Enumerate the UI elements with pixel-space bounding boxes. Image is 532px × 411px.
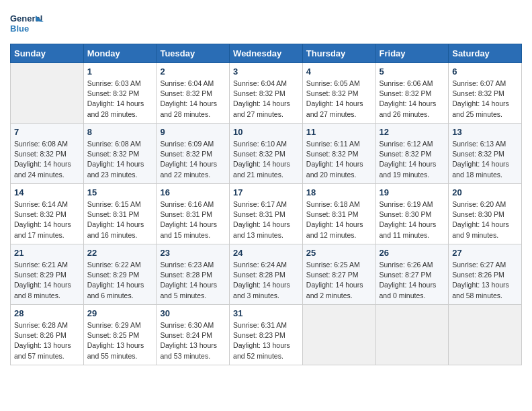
day-cell: 7Sunrise: 6:08 AM Sunset: 8:32 PM Daylig… — [11, 124, 84, 184]
day-info: Sunrise: 6:08 AM Sunset: 8:32 PM Dayligh… — [87, 139, 153, 180]
day-cell: 10Sunrise: 6:10 AM Sunset: 8:32 PM Dayli… — [230, 124, 303, 184]
week-row-2: 14Sunrise: 6:14 AM Sunset: 8:32 PM Dayli… — [11, 184, 522, 244]
header-friday: Friday — [375, 44, 449, 63]
day-info: Sunrise: 6:04 AM Sunset: 8:32 PM Dayligh… — [233, 79, 299, 120]
day-cell: 3Sunrise: 6:04 AM Sunset: 8:32 PM Daylig… — [230, 63, 303, 124]
day-info: Sunrise: 6:14 AM Sunset: 8:32 PM Dayligh… — [14, 199, 80, 240]
day-info: Sunrise: 6:26 AM Sunset: 8:27 PM Dayligh… — [380, 260, 445, 301]
day-number: 21 — [14, 248, 80, 258]
logo: GeneralBlue — [10, 10, 45, 37]
day-info: Sunrise: 6:20 AM Sunset: 8:30 PM Dayligh… — [452, 199, 518, 240]
calendar-table: SundayMondayTuesdayWednesdayThursdayFrid… — [10, 44, 522, 365]
day-cell: 20Sunrise: 6:20 AM Sunset: 8:30 PM Dayli… — [449, 184, 522, 244]
day-cell — [11, 63, 84, 124]
day-number: 19 — [380, 187, 445, 197]
day-info: Sunrise: 6:04 AM Sunset: 8:32 PM Dayligh… — [160, 79, 226, 120]
day-info: Sunrise: 6:31 AM Sunset: 8:23 PM Dayligh… — [233, 320, 299, 361]
day-number: 4 — [306, 66, 372, 77]
day-info: Sunrise: 6:21 AM Sunset: 8:29 PM Dayligh… — [14, 260, 80, 301]
day-number: 24 — [233, 248, 299, 258]
day-info: Sunrise: 6:08 AM Sunset: 8:32 PM Dayligh… — [14, 139, 80, 180]
day-number: 22 — [87, 248, 153, 258]
day-number: 12 — [380, 127, 445, 137]
day-cell: 24Sunrise: 6:24 AM Sunset: 8:28 PM Dayli… — [230, 244, 303, 305]
day-cell: 4Sunrise: 6:05 AM Sunset: 8:32 PM Daylig… — [302, 63, 375, 124]
day-cell: 9Sunrise: 6:09 AM Sunset: 8:32 PM Daylig… — [157, 124, 230, 184]
day-number: 10 — [233, 127, 299, 137]
day-info: Sunrise: 6:27 AM Sunset: 8:26 PM Dayligh… — [452, 260, 518, 301]
day-number: 31 — [233, 308, 299, 318]
day-info: Sunrise: 6:09 AM Sunset: 8:32 PM Dayligh… — [160, 139, 226, 180]
day-info: Sunrise: 6:30 AM Sunset: 8:24 PM Dayligh… — [160, 320, 226, 361]
day-cell: 23Sunrise: 6:23 AM Sunset: 8:28 PM Dayli… — [157, 244, 230, 305]
day-info: Sunrise: 6:24 AM Sunset: 8:28 PM Dayligh… — [233, 260, 299, 301]
header-thursday: Thursday — [302, 44, 375, 63]
week-row-4: 28Sunrise: 6:28 AM Sunset: 8:26 PM Dayli… — [11, 305, 522, 365]
day-cell: 2Sunrise: 6:04 AM Sunset: 8:32 PM Daylig… — [157, 63, 230, 124]
day-cell: 11Sunrise: 6:11 AM Sunset: 8:32 PM Dayli… — [302, 124, 375, 184]
day-info: Sunrise: 6:06 AM Sunset: 8:32 PM Dayligh… — [380, 79, 445, 120]
day-cell: 13Sunrise: 6:13 AM Sunset: 8:32 PM Dayli… — [449, 124, 522, 184]
day-number: 14 — [14, 187, 80, 197]
day-info: Sunrise: 6:29 AM Sunset: 8:25 PM Dayligh… — [87, 320, 153, 361]
header-tuesday: Tuesday — [157, 44, 230, 63]
header-saturday: Saturday — [449, 44, 522, 63]
day-cell: 22Sunrise: 6:22 AM Sunset: 8:29 PM Dayli… — [83, 244, 157, 305]
day-info: Sunrise: 6:15 AM Sunset: 8:31 PM Dayligh… — [87, 199, 153, 240]
day-number: 20 — [452, 187, 518, 197]
svg-text:Blue: Blue — [10, 24, 29, 34]
day-cell: 19Sunrise: 6:19 AM Sunset: 8:30 PM Dayli… — [375, 184, 449, 244]
day-cell: 17Sunrise: 6:17 AM Sunset: 8:31 PM Dayli… — [230, 184, 303, 244]
day-cell: 16Sunrise: 6:16 AM Sunset: 8:31 PM Dayli… — [157, 184, 230, 244]
day-cell: 29Sunrise: 6:29 AM Sunset: 8:25 PM Dayli… — [83, 305, 157, 365]
logo-svg: GeneralBlue — [10, 10, 45, 37]
week-row-0: 1Sunrise: 6:03 AM Sunset: 8:32 PM Daylig… — [11, 63, 522, 124]
day-number: 28 — [14, 308, 80, 318]
day-cell: 28Sunrise: 6:28 AM Sunset: 8:26 PM Dayli… — [11, 305, 84, 365]
day-cell: 30Sunrise: 6:30 AM Sunset: 8:24 PM Dayli… — [157, 305, 230, 365]
week-row-1: 7Sunrise: 6:08 AM Sunset: 8:32 PM Daylig… — [11, 124, 522, 184]
day-info: Sunrise: 6:22 AM Sunset: 8:29 PM Dayligh… — [87, 260, 153, 301]
day-cell: 12Sunrise: 6:12 AM Sunset: 8:32 PM Dayli… — [375, 124, 449, 184]
header-monday: Monday — [83, 44, 157, 63]
day-cell: 26Sunrise: 6:26 AM Sunset: 8:27 PM Dayli… — [375, 244, 449, 305]
day-info: Sunrise: 6:12 AM Sunset: 8:32 PM Dayligh… — [380, 139, 445, 180]
day-cell: 6Sunrise: 6:07 AM Sunset: 8:32 PM Daylig… — [449, 63, 522, 124]
day-number: 16 — [160, 187, 226, 197]
day-number: 11 — [306, 127, 372, 137]
day-number: 7 — [14, 127, 80, 137]
day-cell: 18Sunrise: 6:18 AM Sunset: 8:31 PM Dayli… — [302, 184, 375, 244]
day-number: 17 — [233, 187, 299, 197]
day-number: 30 — [160, 308, 226, 318]
header-wednesday: Wednesday — [230, 44, 303, 63]
day-number: 15 — [87, 187, 153, 197]
day-info: Sunrise: 6:23 AM Sunset: 8:28 PM Dayligh… — [160, 260, 226, 301]
day-number: 3 — [233, 66, 299, 77]
day-info: Sunrise: 6:10 AM Sunset: 8:32 PM Dayligh… — [233, 139, 299, 180]
day-number: 25 — [306, 248, 372, 258]
header: GeneralBlue — [10, 10, 522, 37]
day-number: 27 — [452, 248, 518, 258]
day-info: Sunrise: 6:25 AM Sunset: 8:27 PM Dayligh… — [306, 260, 372, 301]
day-info: Sunrise: 6:16 AM Sunset: 8:31 PM Dayligh… — [160, 199, 226, 240]
day-cell — [449, 305, 522, 365]
day-info: Sunrise: 6:19 AM Sunset: 8:30 PM Dayligh… — [380, 199, 445, 240]
day-number: 5 — [380, 66, 445, 77]
day-info: Sunrise: 6:03 AM Sunset: 8:32 PM Dayligh… — [87, 79, 153, 120]
week-row-3: 21Sunrise: 6:21 AM Sunset: 8:29 PM Dayli… — [11, 244, 522, 305]
day-cell: 31Sunrise: 6:31 AM Sunset: 8:23 PM Dayli… — [230, 305, 303, 365]
day-cell: 15Sunrise: 6:15 AM Sunset: 8:31 PM Dayli… — [83, 184, 157, 244]
day-info: Sunrise: 6:28 AM Sunset: 8:26 PM Dayligh… — [14, 320, 80, 361]
day-number: 9 — [160, 127, 226, 137]
day-info: Sunrise: 6:07 AM Sunset: 8:32 PM Dayligh… — [452, 79, 518, 120]
day-cell: 8Sunrise: 6:08 AM Sunset: 8:32 PM Daylig… — [83, 124, 157, 184]
day-cell — [302, 305, 375, 365]
day-number: 2 — [160, 66, 226, 77]
day-number: 23 — [160, 248, 226, 258]
day-number: 1 — [87, 66, 153, 77]
day-number: 29 — [87, 308, 153, 318]
day-number: 8 — [87, 127, 153, 137]
day-cell: 27Sunrise: 6:27 AM Sunset: 8:26 PM Dayli… — [449, 244, 522, 305]
day-cell: 1Sunrise: 6:03 AM Sunset: 8:32 PM Daylig… — [83, 63, 157, 124]
day-number: 6 — [452, 66, 518, 77]
